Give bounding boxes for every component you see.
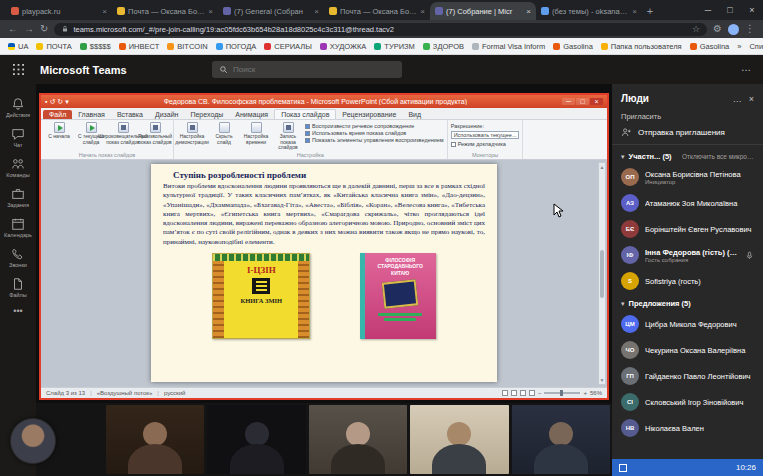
slide-scrollbar[interactable]: ▲ ▼ xyxy=(598,162,606,385)
participant-row[interactable]: БЄ Борінштейн Євген Руславович xyxy=(612,216,763,242)
bookmark-item[interactable]: ТУРИЗМ xyxy=(374,42,415,51)
ribbon-button[interactable]: Настройка демонстрации xyxy=(177,121,207,145)
rail-item-files[interactable]: Файлы xyxy=(0,274,36,301)
taskbar-fragment[interactable]: 10:26 xyxy=(612,459,763,476)
ribbon-tab[interactable]: Дизайн xyxy=(149,110,185,119)
normal-view-icon[interactable] xyxy=(502,390,508,396)
close-button[interactable]: × xyxy=(741,0,763,20)
search-input[interactable] xyxy=(233,65,383,74)
bookmark-item[interactable]: ЗДОРОВ xyxy=(423,42,464,51)
suggestion-row[interactable]: СІ Скловський Ігор Зіновійович xyxy=(612,389,763,415)
forward-icon[interactable]: → xyxy=(24,24,34,34)
ppt-close-button[interactable]: × xyxy=(590,98,603,105)
bookmarks-overflow-icon[interactable]: » xyxy=(737,42,741,51)
resolution-dropdown[interactable]: Использовать текущее... xyxy=(451,131,520,139)
undo-icon[interactable]: ↺ xyxy=(49,98,55,106)
rail-item-assignments[interactable]: Задания xyxy=(0,184,36,211)
ppt-minimize-button[interactable]: ─ xyxy=(562,98,575,105)
browser-tab[interactable]: playpack.ru × xyxy=(6,2,112,20)
minimize-button[interactable]: ─ xyxy=(697,0,719,20)
bookmark-item[interactable]: ИНВЕСТ xyxy=(119,42,160,51)
teams-more-icon[interactable]: … xyxy=(741,62,751,73)
bookmark-item[interactable]: UA xyxy=(8,42,28,51)
ribbon-button[interactable]: Широковещательный показ слайдов xyxy=(108,121,138,145)
suggestion-row[interactable]: ЦМ Цибра Микола Федорович xyxy=(612,311,763,337)
ribbon-tab[interactable]: Переходы xyxy=(184,110,229,119)
redo-icon[interactable]: ↻ xyxy=(57,98,63,106)
mute-all-link[interactable]: Отключить все микрофон xyxy=(682,153,754,160)
ribbon-tab[interactable]: Анимация xyxy=(229,110,274,119)
powerpoint-window[interactable]: ▪ ↺ ↻ ▾ Федорова СВ. Философская проблем… xyxy=(41,95,607,398)
reading-view-icon[interactable] xyxy=(520,390,526,396)
rail-item-teams[interactable]: Команды xyxy=(0,154,36,181)
reload-icon[interactable]: ↻ xyxy=(40,24,48,34)
tab-close-icon[interactable]: × xyxy=(102,7,107,16)
send-invite-button[interactable]: Отправка приглашения xyxy=(612,123,763,144)
menu-icon[interactable]: ⋮ xyxy=(745,24,755,34)
participant-row[interactable]: ІФ Інна Федорова (гість) (гость)Гость со… xyxy=(612,242,763,268)
ribbon-tab[interactable]: Рецензирование xyxy=(336,110,402,119)
zoom-in-icon[interactable]: + xyxy=(583,390,587,396)
profile-avatar[interactable] xyxy=(728,24,739,35)
browser-tab-active[interactable]: (7) Собрание | Micr × xyxy=(430,2,536,20)
self-video-circle[interactable] xyxy=(10,418,56,464)
ribbon-button[interactable]: Запись показа слайдов xyxy=(273,121,303,151)
ribbon-tab[interactable]: Вставка xyxy=(111,110,149,119)
participant-video[interactable] xyxy=(309,405,407,474)
tab-close-icon[interactable]: × xyxy=(632,7,637,16)
zoom-slider[interactable] xyxy=(544,392,580,394)
bookmark-item[interactable]: ПОГОДА xyxy=(216,42,257,51)
ribbon-tab-active[interactable]: Показ слайдов xyxy=(274,109,336,119)
maximize-button[interactable]: □ xyxy=(719,0,741,20)
tab-close-icon[interactable]: × xyxy=(526,7,531,16)
ribbon-button[interactable]: Скрыть слайд xyxy=(209,121,239,145)
taskbar-icon[interactable] xyxy=(619,464,627,472)
extensions-icon[interactable]: ⚙ xyxy=(713,24,722,34)
suggestions-section-header[interactable]: ▾ Предложения (5) xyxy=(612,294,763,311)
suggestion-row[interactable]: НВ Ніколаєва Вален xyxy=(612,415,763,441)
powerpoint-titlebar[interactable]: ▪ ↺ ↻ ▾ Федорова СВ. Философская проблем… xyxy=(41,95,607,108)
participant-row[interactable]: ОП Оксана Борисівна ПетіноваИнициатор xyxy=(612,164,763,190)
participant-row[interactable]: АЗ Атаманюк Зоя Миколаївна xyxy=(612,190,763,216)
rail-item-activity[interactable]: Действия xyxy=(0,94,36,121)
participant-video[interactable] xyxy=(207,405,305,474)
zoom-out-icon[interactable]: − xyxy=(538,390,542,396)
presenter-view-checkbox[interactable]: Режим докладчика xyxy=(451,141,520,147)
tab-close-icon[interactable]: × xyxy=(208,7,213,16)
scrollbar-thumb[interactable] xyxy=(600,250,604,298)
browser-tab[interactable]: Почта — Оксана Борис × xyxy=(324,2,430,20)
tab-close-icon[interactable]: × xyxy=(420,7,425,16)
ribbon-checkbox[interactable]: Воспроизвести речевое сопровождение xyxy=(305,123,444,129)
rail-item-calendar[interactable]: Календарь xyxy=(0,214,36,241)
tab-close-icon[interactable]: × xyxy=(314,7,319,16)
bookmark-item[interactable]: Gasolina xyxy=(553,42,593,51)
bookmark-item[interactable]: $$$$$ xyxy=(80,42,111,51)
scroll-up-icon[interactable]: ▲ xyxy=(600,164,605,170)
ribbon-tab[interactable]: Вид xyxy=(402,110,427,119)
participant-video[interactable] xyxy=(512,405,610,474)
quick-access-toolbar[interactable]: ▪ ↺ ↻ ▾ xyxy=(45,98,69,106)
bookmark-item[interactable]: Папка пользователя xyxy=(601,42,682,51)
mic-icon[interactable] xyxy=(745,251,754,260)
participants-section-header[interactable]: ▾ Участн... (5) Отключить все микрофон xyxy=(612,147,763,164)
bookmark-item[interactable]: Gasolina xyxy=(690,42,730,51)
new-tab-button[interactable]: + xyxy=(642,2,658,20)
ribbon-checkbox[interactable]: Показать элементы управления воспроизвед… xyxy=(305,137,444,143)
bookmark-item[interactable]: Formal Visa Inform xyxy=(472,42,545,51)
participant-video[interactable] xyxy=(106,405,204,474)
back-icon[interactable]: ← xyxy=(8,24,18,34)
browser-tab[interactable]: (7) General (Собран × xyxy=(218,2,324,20)
app-launcher-icon[interactable] xyxy=(0,64,36,75)
ribbon-button[interactable]: Настройка времени xyxy=(241,121,271,145)
rail-item-chat[interactable]: Чат xyxy=(0,124,36,151)
bookmark-star-icon[interactable]: ☆ xyxy=(692,24,700,34)
rail-item-calls[interactable]: Звонки xyxy=(0,244,36,271)
ribbon-tab[interactable]: Главная xyxy=(72,110,111,119)
sorter-view-icon[interactable] xyxy=(511,390,517,396)
reading-list-button[interactable]: Список для чтения xyxy=(749,42,763,51)
panel-close-icon[interactable]: × xyxy=(749,94,754,104)
browser-tab[interactable]: (без темы) - oksanapapu × xyxy=(536,2,642,20)
bookmark-item[interactable]: СЕРИАЛЫ xyxy=(264,42,312,51)
suggestion-row[interactable]: ЧО Чекурина Оксана Валеріївна xyxy=(612,337,763,363)
panel-more-icon[interactable]: … xyxy=(733,94,742,104)
